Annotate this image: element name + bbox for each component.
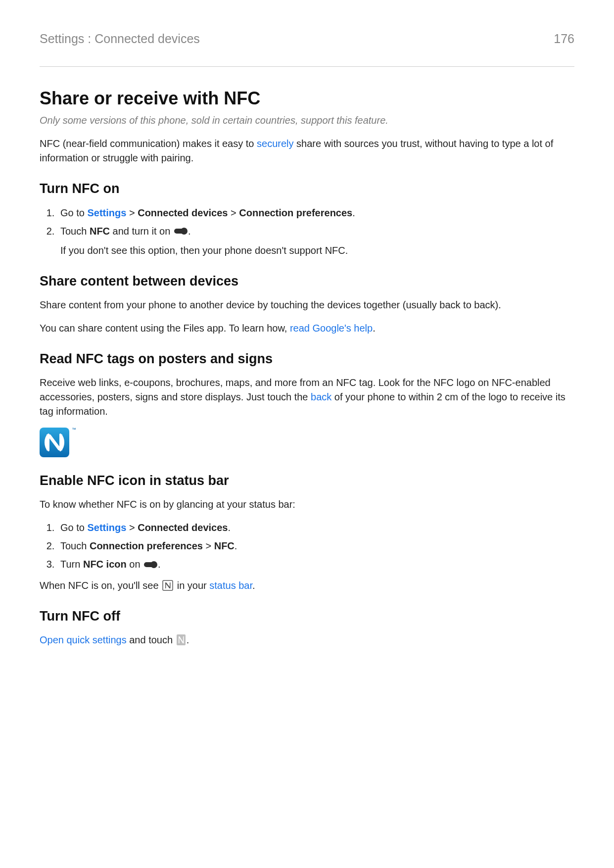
- heading-turn-nfc-on: Turn NFC on: [40, 179, 574, 198]
- bold-nfc: NFC: [90, 226, 110, 237]
- text: Go to: [60, 522, 87, 533]
- bold-connection-preferences: Connection preferences: [239, 207, 352, 218]
- nfc-logo-icon: ™: [40, 428, 69, 457]
- link-open-quick-settings[interactable]: Open quick settings: [40, 634, 127, 645]
- text: When NFC is on, you'll see: [40, 580, 161, 591]
- link-securely[interactable]: securely: [257, 138, 293, 149]
- text: Touch: [60, 226, 90, 237]
- text: You can share content using the Files ap…: [40, 323, 290, 334]
- feature-disclaimer: Only some versions of this phone, sold i…: [40, 113, 574, 128]
- text: on: [127, 559, 143, 570]
- dot: .: [228, 522, 231, 533]
- dot: .: [373, 323, 376, 334]
- dot: .: [187, 634, 189, 645]
- intro-pre: NFC (near-field communication) makes it …: [40, 138, 257, 149]
- sep: >: [203, 540, 214, 551]
- dot: .: [235, 540, 237, 551]
- step-2-note: If you don't see this option, then your …: [60, 243, 574, 258]
- link-status-bar[interactable]: status bar: [209, 580, 252, 591]
- page-number: 176: [554, 30, 574, 48]
- dot: .: [252, 580, 255, 591]
- page-header: Settings : Connected devices 176: [40, 30, 574, 66]
- text: and turn it on: [110, 226, 173, 237]
- document-page: Settings : Connected devices 176 Share o…: [0, 0, 614, 868]
- enable-icon-intro: To know whether NFC is on by glancing at…: [40, 497, 574, 512]
- heading-read-nfc-tags: Read NFC tags on posters and signs: [40, 349, 574, 369]
- bold-nfc: NFC: [214, 540, 235, 551]
- text: Go to: [60, 207, 87, 218]
- step-1: Go to Settings > Connected devices.: [57, 521, 574, 535]
- dot: .: [188, 226, 191, 237]
- step-3: Turn NFC icon on .: [57, 557, 574, 572]
- dot: .: [352, 207, 355, 218]
- heading-enable-nfc-icon: Enable NFC icon in status bar: [40, 471, 574, 490]
- sep: >: [126, 522, 138, 533]
- heading-turn-nfc-off: Turn NFC off: [40, 607, 574, 626]
- nfc-quicksettings-icon: [177, 634, 186, 645]
- read-paragraph: Receive web links, e-coupons, brochures,…: [40, 376, 574, 419]
- trademark-symbol: ™: [72, 427, 76, 433]
- page-title: Share or receive with NFC: [40, 86, 574, 111]
- bold-connection-preferences: Connection preferences: [90, 540, 203, 551]
- link-google-help[interactable]: read Google's help: [290, 323, 373, 334]
- share-paragraph-2: You can share content using the Files ap…: [40, 321, 574, 336]
- step-1: Go to Settings > Connected devices > Con…: [57, 206, 574, 220]
- share-paragraph-1: Share content from your phone to another…: [40, 298, 574, 312]
- bold-connected-devices: Connected devices: [138, 522, 228, 533]
- text: Touch: [60, 540, 90, 551]
- breadcrumb: Settings : Connected devices: [40, 30, 200, 48]
- sep: >: [126, 207, 138, 218]
- link-back[interactable]: back: [311, 391, 331, 402]
- heading-share-content: Share content between devices: [40, 272, 574, 291]
- turn-off-paragraph: Open quick settings and touch .: [40, 633, 574, 647]
- text: in your: [174, 580, 209, 591]
- link-settings[interactable]: Settings: [87, 522, 126, 533]
- sep: >: [228, 207, 239, 218]
- toggle-on-icon: [144, 561, 157, 568]
- nfc-statusbar-icon: [162, 580, 173, 591]
- step-2: Touch Connection preferences > NFC.: [57, 539, 574, 553]
- steps-enable-nfc-icon: Go to Settings > Connected devices. Touc…: [40, 521, 574, 572]
- intro-paragraph: NFC (near-field communication) makes it …: [40, 137, 574, 165]
- bold-nfc-icon: NFC icon: [83, 559, 127, 570]
- link-settings[interactable]: Settings: [87, 207, 126, 218]
- steps-turn-nfc-on: Go to Settings > Connected devices > Con…: [40, 206, 574, 258]
- toggle-on-icon: [174, 228, 187, 235]
- dot: .: [158, 559, 161, 570]
- text: and touch: [127, 634, 176, 645]
- header-divider: [40, 66, 574, 67]
- enable-icon-footer: When NFC is on, you'll see in your statu…: [40, 579, 574, 593]
- step-2: Touch NFC and turn it on . If you don't …: [57, 224, 574, 258]
- text: Turn: [60, 559, 83, 570]
- bold-connected-devices: Connected devices: [138, 207, 228, 218]
